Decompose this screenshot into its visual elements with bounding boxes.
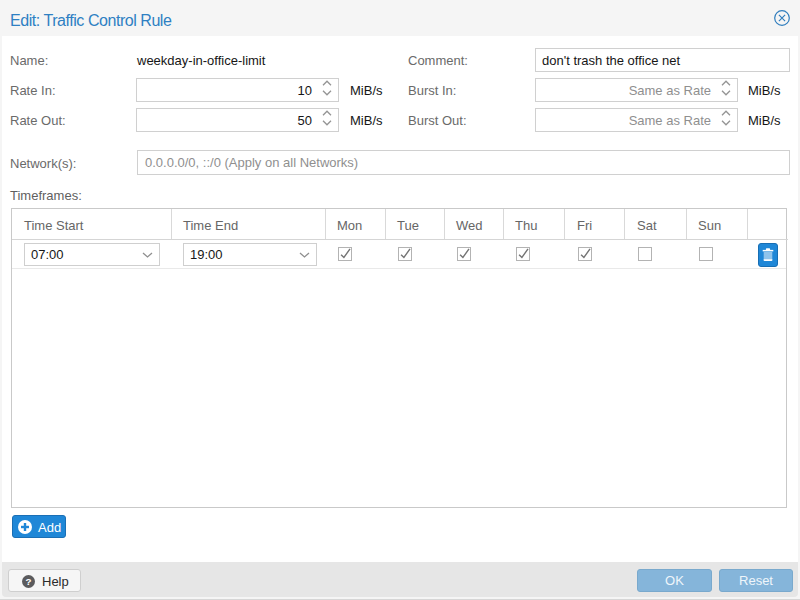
svg-text:?: ?	[26, 576, 32, 587]
